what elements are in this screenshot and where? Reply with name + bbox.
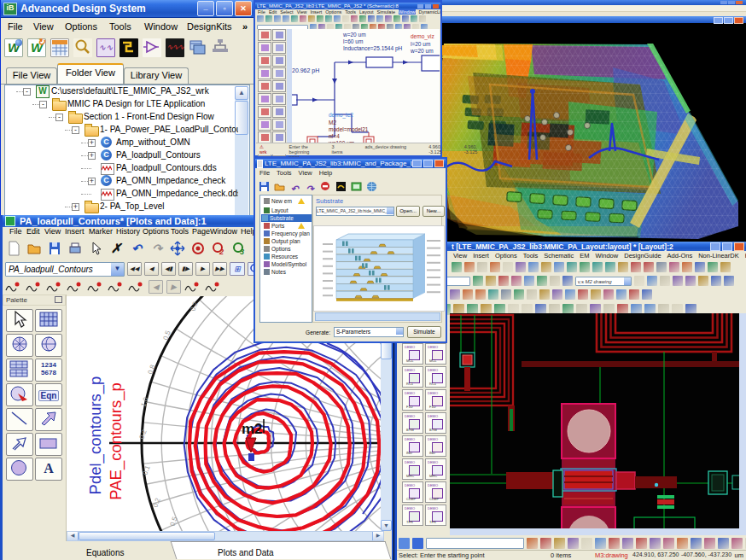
svg-text:2: 2 — [219, 248, 224, 256]
svg-text:3: 3 — [240, 248, 244, 256]
svg-text:0.2: 0.2 — [151, 497, 161, 509]
svg-text:0.2: 0.2 — [137, 429, 148, 440]
svg-text:1.0: 1.0 — [139, 396, 149, 408]
svg-text:0.5: 0.5 — [168, 516, 178, 528]
svg-text:m2: m2 — [242, 421, 263, 437]
svg-text:0.8: 0.8 — [146, 364, 156, 376]
